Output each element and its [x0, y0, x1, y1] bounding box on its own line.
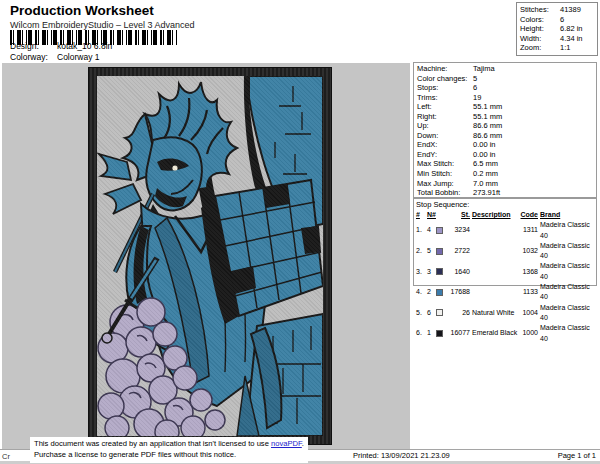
- notice-line-1: This document was created by an applicat…: [34, 438, 304, 449]
- table-row: 1.4 3234 1311Madeira Classic 40: [416, 220, 594, 241]
- machine-row: Trims:19: [417, 93, 596, 103]
- design-preview-canvas: [2, 63, 410, 449]
- stat-colors: Colors:6: [520, 15, 594, 25]
- eye-glint: [172, 165, 177, 170]
- machine-row: Min Stitch:0.2 mm: [417, 169, 596, 179]
- col-header-brand: Brand: [540, 210, 594, 220]
- design-row: Design: kotak_10 6.8in: [10, 41, 112, 51]
- machine-row: Total Bobbin:273.91ft: [417, 188, 596, 198]
- stop-sequence-title: Stop Sequence:: [416, 200, 594, 210]
- notice-line-2: Purchase a license to generate PDF files…: [34, 449, 304, 460]
- stop-sequence-header-row: # N# St. Description Code Brand: [416, 210, 594, 220]
- stat-stitches: Stitches:41389: [520, 5, 594, 15]
- table-row: 3.3 1640 1368Madeira Classic 40: [416, 261, 594, 282]
- clipped-footer-text: Cr: [2, 452, 10, 461]
- col-header-code: Code: [518, 210, 540, 220]
- table-row: 6.1 16077Emerald Black 1000Madeira Class…: [416, 323, 594, 344]
- stat-zoom: Zoom:1:1: [520, 43, 594, 53]
- embroidery-patch-background: [97, 76, 323, 436]
- machine-row: Right:55.1 mm: [417, 112, 596, 122]
- machine-row: EndY:0.00 in: [417, 150, 596, 160]
- table-row: 5.6 26Natural White 1004Madeira Classic …: [416, 303, 594, 324]
- thread-color-swatch: [436, 330, 443, 337]
- machine-row: Max Jump:7.0 mm: [417, 179, 596, 189]
- machine-row: Color changes:5: [417, 74, 596, 84]
- machine-row: Up:86.6 mm: [417, 121, 596, 131]
- page-title: Production Worksheet: [10, 3, 154, 18]
- page-number: Page 1 of 1: [558, 451, 596, 460]
- machine-row: EndX:0.00 in: [417, 140, 596, 150]
- machine-info-box: Machine:Tajima Color changes:5 Stops:6 T…: [413, 62, 597, 198]
- thread-color-swatch: [436, 227, 443, 234]
- application-name: Wilcom EmbroideryStudio – Level 3 Advanc…: [10, 20, 195, 30]
- machine-row: Stops:6: [417, 83, 596, 93]
- machine-row: Machine:Tajima: [417, 64, 596, 74]
- design-label: Design:: [10, 41, 57, 51]
- colorway-value: Colorway 1: [57, 52, 100, 62]
- thread-color-swatch: [436, 248, 443, 255]
- novapdf-notice: This document was created by an applicat…: [30, 437, 308, 463]
- design-stats-box: Stitches:41389 Colors:6 Height:6.82 in W…: [516, 2, 598, 56]
- stop-sequence-box: Stop Sequence: # N# St. Description Code…: [413, 198, 597, 286]
- design-value: kotak_10 6.8in: [57, 41, 112, 51]
- machine-row: Max Stitch:6.5 mm: [417, 159, 596, 169]
- face: [146, 137, 202, 218]
- thread-color-swatch: [436, 268, 443, 275]
- thread-color-swatch: [436, 309, 443, 316]
- stat-height: Height:6.82 in: [520, 24, 594, 34]
- col-header-num: #: [416, 210, 427, 220]
- embroidery-patch-frame: [88, 67, 332, 445]
- production-worksheet-page: Production Worksheet Wilcom EmbroiderySt…: [0, 0, 600, 464]
- novapdf-link[interactable]: novaPDF: [271, 439, 302, 448]
- stat-width: Width:4.34 in: [520, 34, 594, 44]
- col-header-description: Description: [472, 210, 518, 220]
- printed-timestamp: Printed: 13/09/2021 21.23.09: [353, 451, 450, 460]
- machine-row: Left:55.1 mm: [417, 102, 596, 112]
- checkered-armor: [201, 180, 323, 324]
- col-header-n: N#: [427, 210, 436, 220]
- table-row: 4.2 17688 1133Madeira Classic 40: [416, 282, 594, 303]
- colorway-label: Colorway:: [10, 52, 57, 62]
- thread-color-swatch: [436, 289, 443, 296]
- embroidery-design-art: [97, 76, 323, 436]
- machine-row: Down:86.6 mm: [417, 131, 596, 141]
- col-header-st: St.: [446, 210, 472, 220]
- table-row: 2.5 2722 1032Madeira Classic 40: [416, 241, 594, 262]
- colorway-row: Colorway: Colorway 1: [10, 52, 100, 62]
